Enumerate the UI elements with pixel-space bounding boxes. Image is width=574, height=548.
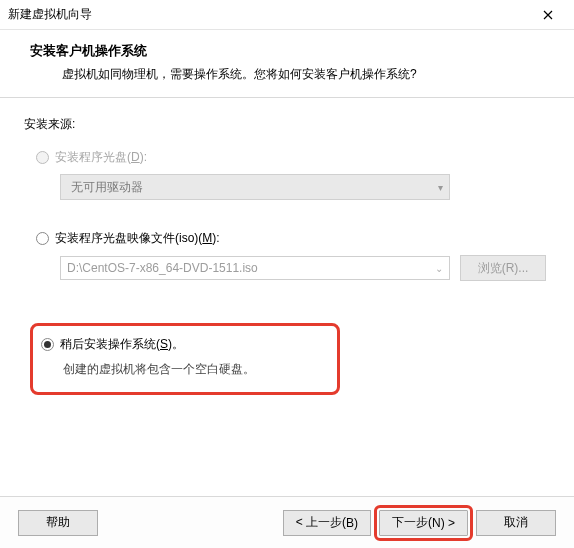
drive-combobox: 无可用驱动器 ▾ [60,174,450,200]
next-button[interactable]: 下一步(N) > [379,510,468,536]
highlighted-option: 稍后安装操作系统(S)。 创建的虚拟机将包含一个空白硬盘。 [30,323,340,395]
option-installer-disc: 安装程序光盘(D): [36,149,550,166]
wizard-body: 安装来源: 安装程序光盘(D): 无可用驱动器 ▾ 安装程序光盘映像文件(iso… [0,98,574,395]
install-later-hint: 创建的虚拟机将包含一个空白硬盘。 [63,361,323,378]
title-bar: 新建虚拟机向导 [0,0,574,30]
close-icon [543,10,553,20]
radio-install-later[interactable] [41,338,54,351]
option-installer-iso[interactable]: 安装程序光盘映像文件(iso)(M): [36,230,550,247]
page-heading: 安装客户机操作系统 [30,42,550,60]
page-subheading: 虚拟机如同物理机，需要操作系统。您将如何安装客户机操作系统? [62,66,550,83]
browse-button: 浏览(R)... [460,255,546,281]
iso-path-input: D:\CentOS-7-x86_64-DVD-1511.iso ⌄ [60,256,450,280]
radio-installer-iso[interactable] [36,232,49,245]
option-install-later-label: 稍后安装操作系统(S)。 [60,336,184,353]
cancel-button[interactable]: 取消 [476,510,556,536]
option-installer-iso-label: 安装程序光盘映像文件(iso)(M): [55,230,220,247]
back-button[interactable]: < 上一步(B) [283,510,371,536]
iso-path-value: D:\CentOS-7-x86_64-DVD-1511.iso [67,261,258,275]
window-title: 新建虚拟机向导 [8,6,92,23]
drive-combobox-value: 无可用驱动器 [71,179,143,196]
chevron-down-icon: ⌄ [435,263,443,274]
radio-installer-disc [36,151,49,164]
close-button[interactable] [528,1,568,29]
option-install-later[interactable]: 稍后安装操作系统(S)。 [41,336,323,353]
wizard-footer: 帮助 < 上一步(B) 下一步(N) > 取消 [0,496,574,548]
option-installer-disc-label: 安装程序光盘(D): [55,149,147,166]
wizard-header: 安装客户机操作系统 虚拟机如同物理机，需要操作系统。您将如何安装客户机操作系统? [0,30,574,98]
help-button[interactable]: 帮助 [18,510,98,536]
chevron-down-icon: ▾ [438,182,443,193]
install-source-label: 安装来源: [24,116,550,133]
